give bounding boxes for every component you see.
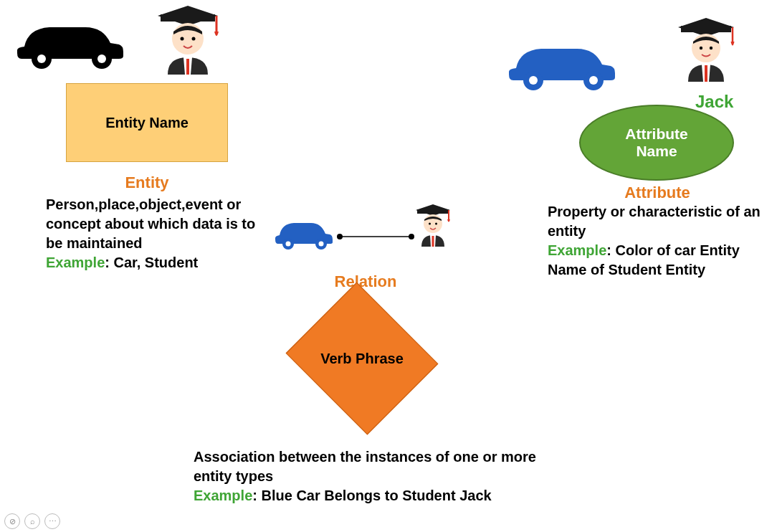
entity-rectangle: Entity Name [66, 83, 228, 162]
attribute-student-name: Jack [695, 92, 733, 112]
svg-point-29 [710, 47, 712, 49]
attribute-ellipse-label: Attribute Name [625, 125, 688, 160]
relation-diamond-label: Verb Phrase [320, 351, 404, 367]
student-small-icon [411, 201, 459, 255]
toolbar-button-1[interactable]: ⊘ [4, 513, 20, 529]
student-medium-icon [674, 13, 745, 95]
zoom-icon[interactable]: ⌕ [24, 513, 40, 529]
svg-point-20 [435, 223, 437, 225]
more-icon[interactable]: ⋯ [44, 513, 60, 529]
entity-example-text: : Car, Student [105, 255, 198, 270]
svg-point-12 [319, 242, 324, 247]
svg-point-3 [97, 54, 106, 63]
attribute-ellipse: Attribute Name [579, 105, 734, 181]
svg-point-7 [181, 37, 184, 41]
car-blue-small-icon [271, 212, 334, 252]
relation-line [334, 229, 417, 244]
relation-example-label: Example [194, 488, 252, 503]
car-black-icon [10, 7, 132, 75]
relation-example-text: : Blue Car Belongs to Student Jack [252, 488, 491, 503]
relation-title: Relation [323, 272, 409, 291]
svg-point-19 [429, 223, 431, 225]
svg-point-8 [192, 37, 196, 41]
svg-point-2 [37, 54, 46, 63]
car-blue-large-icon [502, 29, 624, 96]
svg-point-28 [700, 47, 702, 49]
entity-title: Entity [108, 174, 186, 192]
attribute-description-block: Property or characteristic of an entity … [548, 202, 770, 280]
entity-description-block: Person,place,object,event or concept abo… [46, 195, 261, 272]
relation-description: Association between the instances of one… [194, 449, 536, 484]
attribute-description: Property or characteristic of an entity [548, 204, 761, 239]
relation-description-block: Association between the instances of one… [194, 447, 552, 505]
svg-point-23 [529, 76, 538, 85]
student-large-icon [152, 0, 231, 85]
attribute-example-label: Example [548, 242, 606, 258]
entity-box-label: Entity Name [105, 115, 189, 131]
relation-diamond: Verb Phrase [280, 301, 444, 416]
svg-point-24 [589, 76, 598, 85]
entity-example-label: Example [46, 255, 105, 270]
toolbar: ⊘ ⌕ ⋯ [4, 513, 60, 529]
svg-point-11 [286, 242, 291, 247]
entity-description: Person,place,object,event or concept abo… [46, 196, 255, 251]
svg-point-14 [337, 234, 343, 239]
attribute-title: Attribute [611, 184, 704, 202]
